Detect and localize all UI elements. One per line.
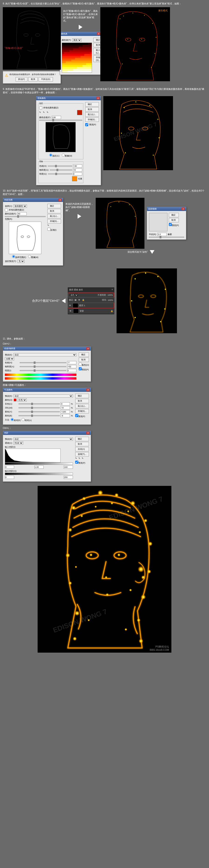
cr-localized[interactable] (5, 209, 8, 212)
sc-ok[interactable]: 确定 (75, 394, 89, 398)
eyedropper-black-icon[interactable]: ✎ (75, 457, 78, 460)
sc-cyan-val[interactable] (61, 402, 70, 405)
lv-auto[interactable]: 自动(A) (75, 447, 89, 452)
hs-light-val[interactable] (67, 369, 76, 372)
sc-rel[interactable] (11, 418, 14, 421)
rc-light-val[interactable] (73, 172, 82, 176)
hs-light-slider[interactable] (20, 370, 66, 371)
sc-yel-val[interactable] (61, 410, 70, 413)
sc-colors[interactable]: 红色 (18, 398, 27, 402)
sc-cancel[interactable]: 取消 (75, 399, 89, 403)
rc-sample-swatch[interactable] (77, 110, 82, 115)
cr-ok[interactable]: 确定 (47, 204, 61, 208)
rc-radio-sel[interactable] (49, 154, 52, 157)
eye-icon[interactable]: 👁 (69, 309, 72, 313)
lock-position-icon[interactable]: ✚ (78, 299, 81, 302)
color-table-grid[interactable] (62, 42, 92, 73)
lv-out2[interactable] (63, 476, 73, 479)
rc-sat-slider[interactable] (50, 169, 72, 170)
cr-radio-sel[interactable] (12, 255, 15, 258)
rc-fuzz-val[interactable] (52, 116, 61, 119)
dont-flatten-button[interactable]: 不拼合(D) (38, 77, 53, 82)
lv-ok[interactable]: 确定 (75, 437, 89, 441)
close-icon[interactable]: ✕ (97, 32, 100, 35)
rc-fuzz-slider[interactable] (39, 120, 82, 121)
hs-master[interactable]: 全图 (5, 357, 14, 360)
hs-hue-slider[interactable] (20, 362, 66, 363)
cr-fuzz-slider[interactable] (5, 216, 46, 217)
eyedropper-icon[interactable]: ✎ (47, 224, 50, 227)
cr-radio-img[interactable] (28, 255, 31, 258)
sc-blk-slider[interactable] (19, 415, 60, 416)
lv-preset[interactable]: 自定 (14, 437, 73, 441)
cr-save[interactable]: 存储(S)... (47, 219, 61, 223)
hs-ok[interactable]: 确定 (79, 352, 89, 357)
rc-ok[interactable]: 确定 (85, 102, 99, 106)
rc-save[interactable]: 存储(S)... (85, 117, 99, 122)
rc-localized-check[interactable] (39, 106, 42, 109)
rc-radio-img[interactable] (62, 154, 65, 157)
eyedropper-minus-icon[interactable]: ✎ (47, 111, 49, 114)
hs-preview[interactable] (79, 367, 82, 370)
opacity-val[interactable]: 100% (107, 294, 113, 296)
rc-cancel[interactable]: 取消 (85, 107, 99, 112)
rc-load[interactable]: 载入(L)... (85, 112, 99, 117)
sc-preview[interactable] (75, 414, 78, 417)
lv-out1[interactable] (5, 476, 14, 479)
cr-fuzz-val[interactable] (18, 212, 27, 215)
lock-all-icon[interactable]: 🔒 (82, 299, 85, 302)
eyedropper-icon[interactable]: ✎ (39, 111, 42, 114)
sc-load[interactable]: 载入(L)... (75, 404, 89, 408)
lv-in3[interactable] (63, 465, 73, 469)
lock-pixels-icon[interactable]: ▦ (75, 299, 77, 302)
sc-mag-slider[interactable] (19, 407, 60, 408)
cr-load[interactable]: 载入(L)... (47, 214, 61, 218)
gauss-preview-check[interactable] (169, 223, 172, 226)
sc-save[interactable]: 存储(S)... (75, 409, 89, 413)
close-icon[interactable]: ✕ (96, 97, 100, 100)
lv-channel[interactable]: RGB (14, 441, 23, 445)
sc-blk-val[interactable] (61, 414, 70, 417)
rc-hue-val[interactable] (73, 164, 82, 168)
rc-hue-slider[interactable] (48, 165, 72, 166)
sc-yel-slider[interactable] (19, 411, 60, 412)
eyedropper-plus-icon[interactable]: ✎ (43, 111, 46, 114)
lv-in2[interactable] (34, 465, 44, 469)
sc-cyan-slider[interactable] (19, 403, 60, 404)
close-icon[interactable]: ✕ (86, 431, 89, 434)
gauss-ok[interactable]: 确定 (169, 213, 179, 217)
hs-sat-slider[interactable] (20, 366, 66, 367)
lv-cancel[interactable]: 取消 (75, 442, 89, 446)
ct-mode-select[interactable]: 黑体 (72, 38, 81, 42)
cr-invert[interactable] (47, 228, 50, 231)
fill-val[interactable]: 100% (108, 299, 113, 301)
layers-tabs[interactable]: 图层 通道 路径 (69, 288, 83, 291)
close-icon[interactable]: ✕ (58, 198, 62, 201)
close-icon[interactable]: ✕ (86, 389, 89, 391)
hs-cancel[interactable]: 取消 (79, 358, 89, 362)
hs-sat-val[interactable] (67, 365, 76, 368)
lv-preview[interactable] (75, 461, 78, 464)
eyedropper-white-icon[interactable]: ✎ (82, 457, 84, 460)
rc-result-swatch[interactable] (72, 176, 77, 181)
sc-mag-val[interactable] (61, 406, 70, 409)
cr-cancel[interactable]: 取消 (47, 209, 61, 213)
alert-cancel-button[interactable]: 取消 (28, 77, 37, 82)
levels-output-gradient[interactable] (5, 473, 73, 475)
hs-colorize[interactable] (79, 363, 82, 366)
gauss-cancel[interactable]: 取消 (169, 218, 179, 222)
rc-sat-val[interactable] (73, 168, 82, 172)
close-icon[interactable]: ✕ (182, 208, 185, 210)
hs-hue-val[interactable] (67, 361, 76, 364)
eye-icon[interactable]: 👁 (69, 304, 72, 307)
lv-in1[interactable] (5, 465, 14, 469)
eyedropper-gray-icon[interactable]: ✎ (78, 457, 81, 460)
gauss-radius-val[interactable] (157, 233, 167, 236)
close-icon[interactable]: ✕ (86, 347, 89, 350)
gauss-slider[interactable] (149, 237, 184, 238)
flatten-button[interactable]: 拼合(F) (16, 77, 28, 82)
lv-options[interactable]: 选项(T)... (75, 452, 89, 457)
cr-preview-select[interactable]: 无 (18, 259, 25, 263)
levels-input-gradient[interactable] (5, 463, 73, 465)
hs-preset[interactable]: 自定 (14, 353, 77, 356)
